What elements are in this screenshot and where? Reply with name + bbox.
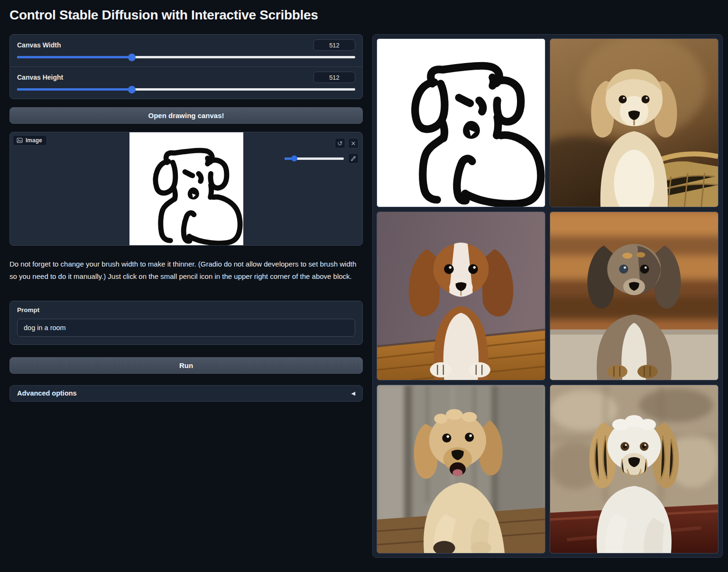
gallery-item-scribble[interactable] xyxy=(377,38,545,207)
gallery-item-dog-2[interactable] xyxy=(377,212,545,380)
canvas-height-slider-row: Canvas Height 512 xyxy=(10,66,362,99)
slider-fill xyxy=(17,56,132,58)
brush-pencil-button[interactable] xyxy=(348,153,359,164)
gallery-item-dog-5[interactable] xyxy=(550,385,719,554)
undo-icon: ↺ xyxy=(338,140,343,147)
gallery-item-dog-4[interactable] xyxy=(377,385,545,554)
slider-thumb[interactable] xyxy=(128,86,136,93)
brush-width-slider[interactable] xyxy=(285,157,344,160)
page-title: Control Stable Diffusion with Interactiv… xyxy=(9,8,719,23)
undo-button[interactable]: ↺ xyxy=(335,138,345,148)
open-drawing-canvas-button[interactable]: Open drawing canvas! xyxy=(9,107,363,124)
slider-fill xyxy=(17,88,132,91)
prompt-panel: Prompt xyxy=(9,301,363,345)
accordion-collapsed-arrow: ◀ xyxy=(351,390,355,397)
generated-dog-image-4 xyxy=(377,385,545,553)
advanced-options-label: Advanced options xyxy=(17,389,77,397)
generated-dog-image-1 xyxy=(550,39,718,207)
main-layout: Canvas Width 512 Canvas Height 512 xyxy=(9,34,719,558)
scribble-dog-image xyxy=(377,39,545,207)
run-button[interactable]: Run xyxy=(9,357,363,374)
gallery-item-dog-1[interactable] xyxy=(550,38,719,207)
canvas-height-slider[interactable] xyxy=(17,88,355,91)
close-icon: ✕ xyxy=(351,140,356,147)
canvas-height-value[interactable]: 512 xyxy=(313,72,355,83)
left-column: Canvas Width 512 Canvas Height 512 xyxy=(9,34,363,402)
brush-width-tip: Do not forget to change your brush width… xyxy=(9,258,363,283)
canvas-width-value[interactable]: 512 xyxy=(313,39,355,51)
result-gallery xyxy=(372,34,723,558)
canvas-height-label: Canvas Height xyxy=(17,74,63,81)
brush-width-row xyxy=(285,153,359,164)
generated-dog-image-5 xyxy=(550,385,718,553)
editor-corner-buttons: ↺ ✕ xyxy=(335,138,359,148)
image-icon xyxy=(17,138,23,143)
app-root: Control Stable Diffusion with Interactiv… xyxy=(0,0,728,558)
clear-button[interactable]: ✕ xyxy=(348,138,359,148)
generated-dog-image-2 xyxy=(377,212,545,380)
canvas-width-slider-row: Canvas Width 512 xyxy=(10,35,362,66)
generated-dog-image-3 xyxy=(550,212,718,380)
scribble-dog-drawing xyxy=(129,132,243,245)
image-editor-block[interactable]: Image ↺ ✕ xyxy=(9,132,363,246)
slider-thumb[interactable] xyxy=(128,54,136,61)
image-block-label: Image xyxy=(13,135,47,146)
canvas-width-label: Canvas Width xyxy=(17,41,61,49)
canvas-size-panel: Canvas Width 512 Canvas Height 512 xyxy=(9,34,363,99)
canvas-width-slider[interactable] xyxy=(17,56,355,58)
prompt-input[interactable] xyxy=(17,319,355,337)
gallery-item-dog-3[interactable] xyxy=(550,212,719,380)
pencil-icon xyxy=(350,156,356,161)
advanced-options-accordion[interactable]: Advanced options ◀ xyxy=(9,385,363,402)
prompt-label: Prompt xyxy=(17,306,355,314)
drawing-canvas[interactable] xyxy=(129,132,243,245)
slider-thumb[interactable] xyxy=(291,156,297,162)
